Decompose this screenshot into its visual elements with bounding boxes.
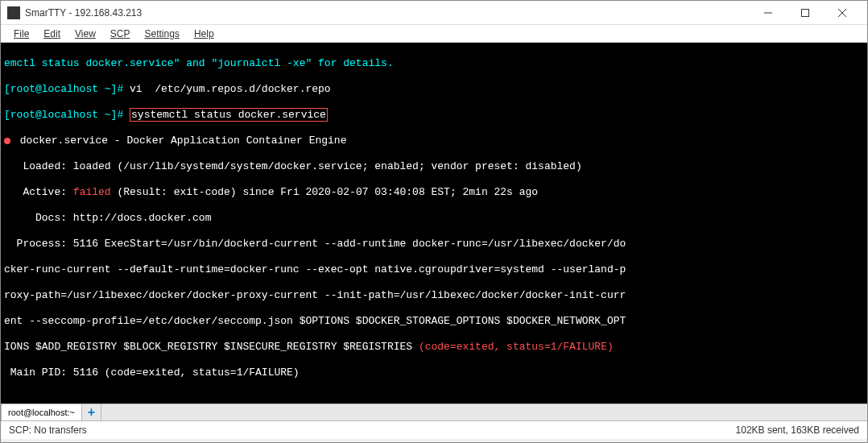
terminal-line: Process: 5116 ExecStart=/usr/bin/dockerd… bbox=[4, 238, 864, 250]
terminal-line: Docs: http://docs.docker.com bbox=[4, 212, 864, 225]
add-tab-button[interactable]: + bbox=[82, 404, 101, 420]
status-dot-icon bbox=[4, 138, 10, 144]
terminal-line: emctl status docker.service" and "journa… bbox=[4, 57, 864, 70]
close-button[interactable] bbox=[824, 1, 861, 25]
terminal-line: [root@localhost ~]# systemctl status doc… bbox=[4, 109, 864, 122]
menu-scp[interactable]: SCP bbox=[110, 28, 130, 39]
menu-help-label: Help bbox=[194, 28, 214, 39]
menu-view-label: View bbox=[75, 28, 96, 39]
terminal-line: roxy-path=/usr/libexec/docker/docker-pro… bbox=[4, 289, 864, 302]
menu-edit[interactable]: Edit bbox=[43, 28, 60, 39]
terminal-line: docker.service - Docker Application Cont… bbox=[4, 135, 864, 147]
menu-help[interactable]: Help bbox=[194, 28, 214, 39]
terminal-line: Active: failed (Result: exit-code) since… bbox=[4, 186, 864, 199]
terminal-line: Loaded: loaded (/usr/lib/systemd/system/… bbox=[4, 160, 864, 173]
app-icon bbox=[7, 6, 20, 19]
session-tabs: root@localhost:~ + bbox=[1, 404, 867, 421]
session-tab[interactable]: root@localhost:~ bbox=[1, 404, 82, 420]
statusbar: SCP: No transfers 102KB sent, 163KB rece… bbox=[1, 421, 867, 439]
menu-file[interactable]: File bbox=[14, 28, 29, 39]
titlebar: SmarTTY - 192.168.43.213 bbox=[1, 1, 867, 25]
window-buttons bbox=[750, 1, 861, 25]
maximize-button[interactable] bbox=[787, 1, 824, 25]
menu-view[interactable]: View bbox=[75, 28, 96, 39]
terminal[interactable]: emctl status docker.service" and "journa… bbox=[1, 43, 867, 404]
menu-edit-label: Edit bbox=[43, 28, 60, 39]
status-traffic: 102KB sent, 163KB received bbox=[736, 424, 859, 436]
minimize-button[interactable] bbox=[750, 1, 787, 25]
menu-settings-label: Settings bbox=[145, 28, 180, 39]
session-tab-label: root@localhost:~ bbox=[8, 408, 75, 417]
terminal-line: ent --seccomp-profile=/etc/docker/seccom… bbox=[4, 315, 864, 328]
menubar: File Edit View SCP Settings Help bbox=[1, 25, 867, 43]
menu-settings[interactable]: Settings bbox=[145, 28, 180, 39]
terminal-line: cker-runc-current --default-runtime=dock… bbox=[4, 263, 864, 276]
menu-scp-label: SCP bbox=[110, 28, 130, 39]
status-transfers: SCP: No transfers bbox=[9, 424, 87, 436]
menu-file-label: File bbox=[14, 28, 29, 39]
plus-icon: + bbox=[88, 405, 95, 420]
terminal-line: [root@localhost ~]# vi /etc/yum.repos.d/… bbox=[4, 83, 864, 96]
terminal-line: IONS $ADD_REGISTRY $BLOCK_REGISTRY $INSE… bbox=[4, 341, 864, 354]
window-title: SmarTTY - 192.168.43.213 bbox=[25, 7, 750, 19]
terminal-line: Main PID: 5116 (code=exited, status=1/FA… bbox=[4, 366, 864, 379]
svg-rect-1 bbox=[802, 9, 809, 16]
